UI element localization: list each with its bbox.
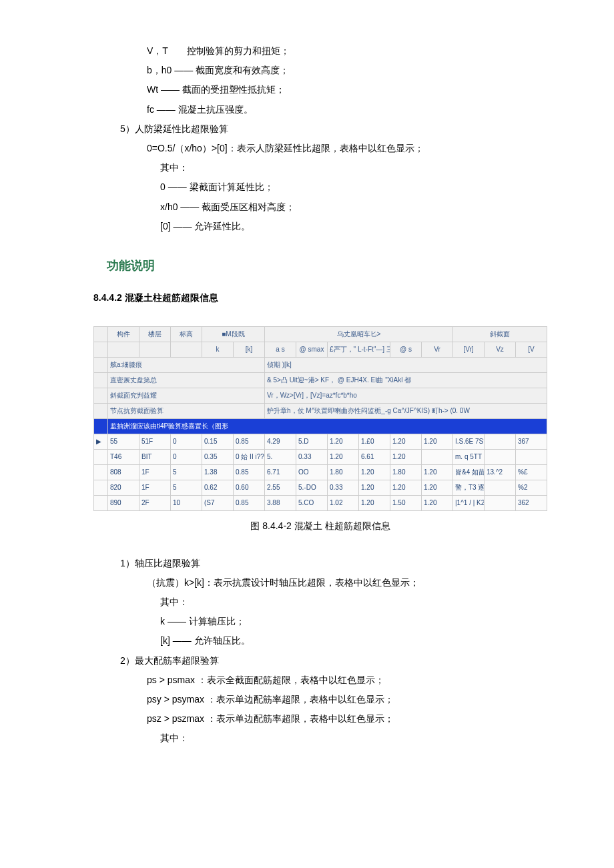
- sec1b-title: 1）轴压比超限验算: [120, 555, 547, 572]
- h2-vz: Vz: [485, 342, 516, 358]
- r2-c14: %£: [516, 465, 547, 480]
- r0-c8: 1.20: [328, 434, 359, 450]
- sec2b-title: 2）最大配筋率超限验算: [120, 653, 547, 669]
- r0-c10: 1.20: [390, 434, 422, 450]
- h2-vrlim: [Vr]: [453, 342, 485, 358]
- table-header-row-1: 构件 楼层 标高 ■M段既 乌丈凰昭车匕> 斜截面: [94, 327, 547, 342]
- r0-c5: 0.85: [234, 434, 265, 450]
- r3-c13: [485, 480, 516, 496]
- r4-c11: 1.20: [422, 496, 453, 511]
- meta-3-rest: 护升章h，仗 M^玖置即喇曲亦性闷监栀_-g Ca^/JF^KIS) 町h-> …: [265, 404, 547, 419]
- sec5-formula: 0=O.5/（x/ho）>[0]：表示人防梁延性比超限，表格中以红色显示；: [147, 140, 547, 157]
- r3-c12: 警，T3 逐，L@24.1S: [453, 480, 485, 496]
- figure-caption: 图 8.4.4-2 混凝土 柱超筋超限信息: [93, 518, 547, 534]
- r1-c13: [485, 450, 516, 465]
- r3-c5: 0.60: [234, 480, 265, 496]
- col-msection: ■M段既: [202, 327, 265, 342]
- sec5-deflim: [0] —— 允许延性比。: [160, 218, 547, 235]
- data-row-0: ▶ 55 51F 0 0.15 0.85 4.29 5.D 1.20 1.£0 …: [94, 434, 547, 450]
- data-row-4: 890 2F 10 (S7 0.85 3.88 5.CO 1.02 1.20 1…: [94, 496, 547, 511]
- sec2b-l3: psz > pszmax ：表示单边配筋率超限，表格中以红色显示；: [147, 711, 547, 727]
- data-row-3: 820 1F 5 0.62 0.60 2.55 5.-DO 0.33 1.20 …: [94, 480, 547, 496]
- meta-row-3: 节点抗剪截面验算护升章h，仗 M^玖置即喇曲亦性闷监栀_-g Ca^/JF^KI…: [94, 404, 547, 419]
- r1-c4: 0.35: [202, 450, 234, 465]
- r3-c6: 2.55: [265, 480, 296, 496]
- meta-row-0: 舷a:细膝痕侦期 )[k]: [94, 358, 547, 373]
- r4-c14: 362: [516, 496, 547, 511]
- sec2b-where: 其中：: [160, 730, 547, 747]
- r0-c3: 0: [171, 434, 202, 450]
- h2-3: [171, 342, 202, 358]
- r4-c13: [485, 496, 516, 511]
- overrun-table: 构件 楼层 标高 ■M段既 乌丈凰昭车匕> 斜截面 k [k] a s @ sm…: [93, 326, 547, 511]
- r3-c14: %2: [516, 480, 547, 496]
- r2-c7: OO: [296, 465, 328, 480]
- sec5-def0: 0 —— 梁截面计算延性比；: [160, 179, 547, 195]
- figure-table-wrap: 构件 楼层 标高 ■M段既 乌丈凰昭车匕> 斜截面 k [k] a s @ sm…: [93, 326, 547, 511]
- r4-c2: 2F: [139, 496, 171, 511]
- r2-c8: 1.80: [328, 465, 359, 480]
- r2-c3: 5: [171, 465, 202, 480]
- r1-c1: T46: [108, 450, 139, 465]
- function-title: 功能说明: [107, 255, 547, 276]
- r2-c0: [94, 465, 108, 480]
- r4-c3: 10: [171, 496, 202, 511]
- r3-c11: 1.20: [422, 480, 453, 496]
- meta-2-label: 斜截面究判益耀: [108, 388, 265, 404]
- subsection-8442: 8.4.4.2 混凝土柱超筋超限信息: [93, 290, 547, 306]
- data-row-1: T46 BIT 0 0.35 0 始 II i?? 3. 5. 0.33 1.2…: [94, 450, 547, 465]
- r0-c12: I.S.6E 7S?.13 2.48: [453, 434, 485, 450]
- h2-as: a s: [265, 342, 296, 358]
- r4-c0: [94, 496, 108, 511]
- r2-c1: 808: [108, 465, 139, 480]
- r0-c13: [485, 434, 516, 450]
- r2-c11: 1.20: [422, 465, 453, 480]
- r4-c8: 1.02: [328, 496, 359, 511]
- meta-1-label: 直密展丈盘第总: [108, 373, 265, 388]
- r1-c8: 1.20: [328, 450, 359, 465]
- r0-c1: 55: [108, 434, 139, 450]
- data-row-2: 808 1F 5 1.38 0.85 6.71 OO 1.80 1.20 1.8…: [94, 465, 547, 480]
- meta-2-rest: Vr，Wz>[Vr]，[Vz]=az*fc*b*ho: [265, 388, 547, 404]
- h2-s: @ s: [390, 342, 422, 358]
- r4-c10: 1.50: [390, 496, 422, 511]
- r2-c5: 0.85: [234, 465, 265, 480]
- r2-c10: 1.80: [390, 465, 422, 480]
- r3-c2: 1F: [139, 480, 171, 496]
- r2-c4: 1.38: [202, 465, 234, 480]
- r1-c5: 0 始 II i?? 3.: [234, 450, 265, 465]
- r1-c10: 1.20: [390, 450, 422, 465]
- r1-c0: [94, 450, 108, 465]
- r0-c2: 51F: [139, 434, 171, 450]
- r4-c7: 5.CO: [296, 496, 328, 511]
- r3-c3: 5: [171, 480, 202, 496]
- r3-c10: 1.20: [390, 480, 422, 496]
- meta-row-1: 直密展丈盘第总& 5>凸 Uit迎~港> KF， @ EJH4X. El曲 "X…: [94, 373, 547, 388]
- r4-c5: 0.85: [234, 496, 265, 511]
- r0-c6: 4.29: [265, 434, 296, 450]
- r0-c7: 5.D: [296, 434, 328, 450]
- r2-c2: 1F: [139, 465, 171, 480]
- h2-vzlim: [V: [516, 342, 547, 358]
- blue-highlight-row: 监抽洲溜应该由ti4P验算惑喜置长（图形: [94, 419, 547, 434]
- r2-c9: 1.20: [359, 465, 390, 480]
- sec5-title: 5）人防梁延性比超限验算: [120, 121, 547, 137]
- meta-0-rest: 侦期 )[k]: [265, 358, 547, 373]
- r1-c11: [422, 450, 453, 465]
- def-bh0: b，h0 —— 截面宽度和有效高度；: [147, 62, 547, 79]
- h2-smax: @ smax: [296, 342, 328, 358]
- sec5-where: 其中：: [160, 159, 547, 176]
- r0-marker: ▶: [94, 434, 108, 450]
- r4-c1: 890: [108, 496, 139, 511]
- col-elev: 标高: [171, 327, 202, 342]
- sec2b-l1: ps > psmax ：表示全截面配筋超限，表格中以红色显示；: [147, 672, 547, 689]
- blue-row-text: 监抽洲溜应该由ti4P验算惑喜置长（图形: [108, 419, 547, 434]
- r1-c7: 0.33: [296, 450, 328, 465]
- sec1b-defklim: [k] —— 允许轴压比。: [160, 632, 547, 649]
- r3-c7: 5.-DO: [296, 480, 328, 496]
- def-fc: fc —— 混凝土抗压强度。: [147, 101, 547, 118]
- r4-c12: |1^1 / | K2. 11 4.40: [453, 496, 485, 511]
- r4-c4: (S7: [202, 496, 234, 511]
- r3-c9: 1.20: [359, 480, 390, 496]
- r3-c8: 0.33: [328, 480, 359, 496]
